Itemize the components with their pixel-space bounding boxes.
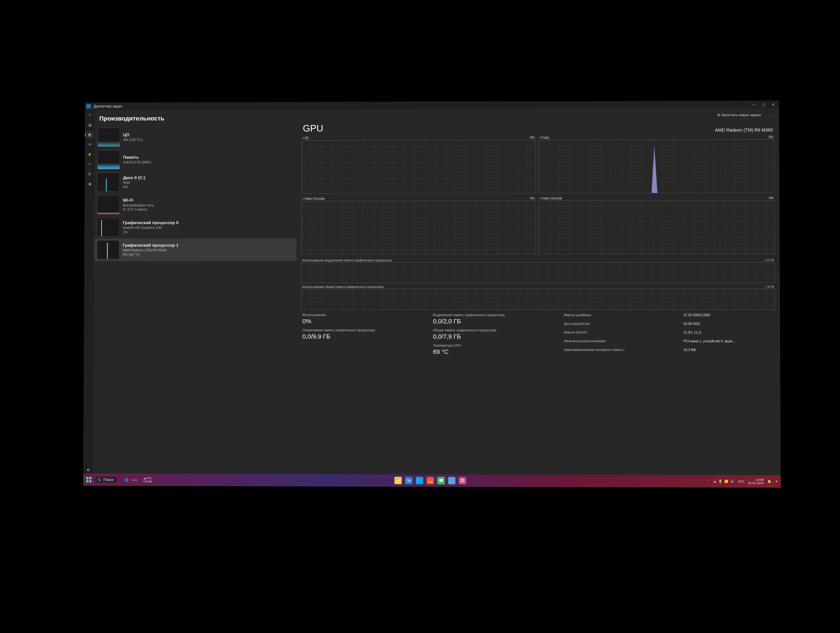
services-tab-icon[interactable]: ◑	[86, 180, 93, 188]
settings-icon[interactable]: ⚙	[84, 466, 92, 473]
cpu-title: ЦП	[123, 132, 142, 137]
notifications-icon[interactable]: 🔔	[767, 479, 771, 483]
chevron-down-icon[interactable]: ▾	[302, 137, 304, 139]
sidebar-item-gpu1[interactable]: Графический процессор 1 AMD Radeon (TM) …	[94, 238, 297, 261]
chevron-down-icon[interactable]: ▾	[302, 198, 303, 200]
gpu0-sub: Intel(R) HD Graphics 530 1%	[123, 225, 178, 234]
gpu-stats: Использование 0% Оперативная память граф…	[301, 310, 775, 356]
chart-video-decode[interactable]: ▾Video Decode 0%	[538, 196, 775, 254]
main-title: GPU	[303, 123, 323, 134]
chart-venc-graph	[302, 201, 536, 254]
gpu1-title: Графический процессор 1	[123, 243, 178, 248]
run-new-task-button[interactable]: ⧉ Запустить новую задачу	[715, 112, 763, 119]
disk-sub: SSD 0%	[123, 180, 145, 189]
details-tab-icon[interactable]: ☰	[86, 170, 93, 177]
firefox-icon[interactable]: 🦊	[426, 477, 434, 484]
gpu-ram-value: 0,0/9,9 ГБ	[302, 333, 428, 340]
edge-icon[interactable]: 🌐	[416, 477, 423, 484]
chevron-down-icon[interactable]: ▾	[539, 197, 541, 200]
tray-expand-icon[interactable]: ˄	[707, 479, 709, 483]
taskbar-weather[interactable]: ☁ 6°C Cloudy	[143, 477, 152, 483]
chart-venc-label: Video Encode	[304, 197, 325, 201]
sidebar-item-memory[interactable]: Память 4,6/15,9 ГБ (29%)	[95, 148, 297, 171]
users-tab-icon[interactable]: ☺	[86, 160, 93, 168]
whatsapp-icon[interactable]: 💬	[437, 477, 445, 484]
svg-point-0	[98, 478, 100, 481]
taskbar[interactable]: Поиск 🌐 ▭▭ ☁ 6°C Cloudy 📁 🛍 🌐 🦊 💬 ⬚ 🖼 ˄ …	[83, 473, 781, 488]
app-icon-1[interactable]: ⬚	[448, 477, 455, 484]
chart-copy[interactable]: ▾Copy 0%	[538, 135, 775, 193]
taskbar-clock[interactable]: 14:06 02.01.2024	[748, 478, 764, 485]
hw-reserved-k: Зарезервированная аппаратно память:	[564, 348, 678, 356]
gpu-info-values: 27.20.20913.2000 02.08.2022 12 (FL 11.1)…	[684, 313, 774, 355]
svg-line-1	[100, 480, 101, 481]
minimize-button[interactable]: —	[749, 101, 759, 108]
memory-sub: 4,6/15,9 ГБ (29%)	[123, 160, 151, 165]
shared-mem-cap: 7,9 ГБ	[765, 285, 774, 288]
page-title: Производительность	[95, 112, 297, 126]
memory-title: Память	[123, 155, 151, 160]
new-task-label: Запустить новую задачу	[722, 113, 761, 117]
task-view-icon[interactable]: ▭▭	[131, 478, 137, 482]
shared-value: 0,0/7,9 ГБ	[433, 333, 559, 340]
disk-title: Диск 0 (C:)	[123, 175, 145, 180]
chart-copy-graph	[538, 139, 775, 193]
directx-k: Версия DirectX:	[564, 331, 678, 338]
copilot-icon[interactable]: ✦	[775, 480, 778, 483]
taskbar-search[interactable]: Поиск	[95, 476, 118, 483]
app-title: Диспетчер задач	[94, 104, 122, 108]
chart-3d-pct: 0%	[530, 136, 535, 139]
hamburger-icon[interactable]: ≡	[86, 111, 94, 119]
chevron-down-icon[interactable]: ▾	[539, 136, 541, 139]
weather-temp: 6°C	[147, 476, 152, 480]
clock-date: 02.01.2024	[748, 481, 764, 485]
history-tab-icon[interactable]: ⟳	[86, 141, 93, 148]
disk-thumb-chart	[97, 173, 120, 191]
chart-venc-pct: 0%	[530, 196, 535, 200]
performance-tab-icon[interactable]: ◩	[86, 131, 93, 138]
volume-icon[interactable]: 🔊	[730, 479, 734, 483]
task-manager-window: Диспетчер задач — ▢ ✕ ≡ ▤ ◩ ⟳ ⚡ ☺ ☰ ◑ ⚙	[83, 101, 781, 475]
sidebar-item-cpu[interactable]: ЦП 3% 3,02 ГГц	[95, 126, 297, 149]
usage-value: 0%	[302, 318, 428, 325]
chart-copy-pct: 0%	[769, 135, 773, 139]
maximize-button[interactable]: ▢	[759, 101, 768, 108]
clock-time: 14:06	[756, 478, 764, 481]
location-k: Физическое расположение:	[564, 339, 678, 347]
onedrive-icon[interactable]: ☁	[713, 479, 716, 483]
battery-icon[interactable]: 🔋	[718, 479, 722, 483]
sidebar-item-wifi[interactable]: Wi-Fi Беспроводная сеть О: 0 П: 0 кбит/с	[94, 193, 297, 216]
dedicated-value: 0,0/2,0 ГБ	[433, 318, 559, 325]
close-button[interactable]: ✕	[768, 101, 778, 108]
chart-3d[interactable]: ▾3D 0%	[302, 135, 536, 194]
sidebar-item-gpu0[interactable]: Графический процессор 0 Intel(R) HD Grap…	[94, 216, 297, 238]
chart-3d-label: 3D	[305, 136, 309, 140]
driver-version-k: Версия драйвера:	[564, 313, 678, 321]
wifi-icon[interactable]: 📶	[724, 479, 728, 483]
app-icon-2[interactable]: 🖼	[459, 477, 466, 484]
performance-sidebar: Производительность ЦП 3% 3,02 ГГц Память…	[93, 110, 297, 474]
processes-tab-icon[interactable]: ▤	[86, 121, 94, 128]
search-icon	[98, 478, 101, 481]
hw-reserved-v: 20,3 МБ	[684, 348, 774, 356]
keyboard-lang[interactable]: РУС	[738, 480, 744, 483]
directx-v: 12 (FL 11.1)	[684, 331, 774, 338]
chart-video-encode[interactable]: ▾Video Encode 0%	[302, 196, 536, 254]
startup-tab-icon[interactable]: ⚡	[86, 150, 93, 158]
dedicated-mem-strip: Использование выделенной памяти графичес…	[301, 258, 775, 283]
sidebar-item-disk0[interactable]: Диск 0 (C:) SSD 0%	[95, 171, 297, 193]
wifi-sub: Беспроводная сеть О: 0 П: 0 кбит/с	[123, 203, 154, 212]
shared-mem-strip: Использование общей памяти графического …	[301, 285, 775, 310]
dedicated-label: Выделенная память графического процессор…	[433, 313, 559, 317]
store-icon[interactable]: 🛍	[405, 477, 412, 484]
more-button[interactable]: …	[766, 112, 774, 118]
explorer-icon[interactable]: 📁	[394, 477, 402, 484]
gpu-ram-label: Оперативная память графического процессо…	[302, 328, 428, 332]
gpu-device-name: AMD Radeon (TM) R9 M360	[715, 127, 773, 133]
shared-mem-graph	[301, 289, 775, 310]
taskbar-news-widget[interactable]: 🌐	[124, 478, 128, 482]
gpu1-sub: AMD Radeon (TM) R9 M360 0% (69 °C)	[123, 248, 178, 257]
driver-date-v: 02.08.2022	[684, 322, 774, 329]
taskbar-pinned-apps: 📁 🛍 🌐 🦊 💬 ⬚ 🖼	[394, 477, 466, 484]
start-button[interactable]	[86, 477, 92, 483]
